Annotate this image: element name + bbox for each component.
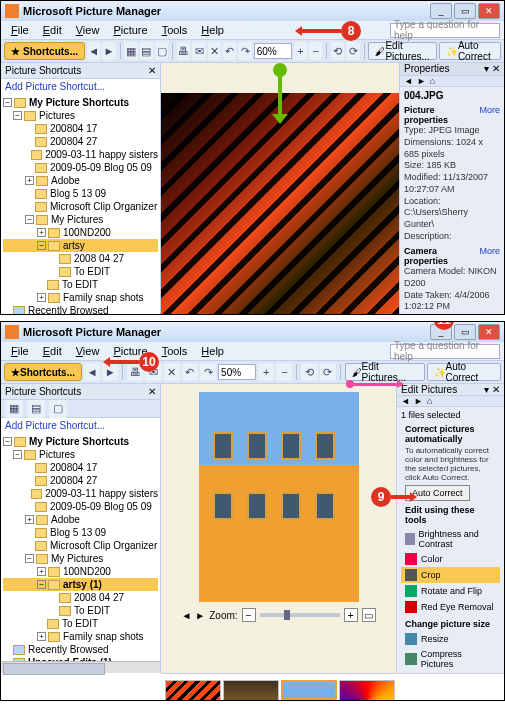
menu-file[interactable]: File [5, 345, 35, 357]
back-button[interactable]: ◄ [84, 363, 100, 381]
tool-crop[interactable]: Crop [401, 567, 500, 583]
thumb-item-selected[interactable]: * 006 [281, 680, 337, 702]
tree-item[interactable]: +Family snap shots [3, 630, 158, 643]
rotate-right-button[interactable]: ⟳ [346, 42, 359, 60]
thumb-item[interactable]: 007 [339, 680, 395, 702]
view-filmstrip-button[interactable]: ▤ [140, 42, 153, 60]
more-link[interactable]: More [479, 105, 500, 125]
tree-item[interactable]: −Pictures [3, 109, 158, 122]
tree-item[interactable]: 2009-03-11 happy sisters [3, 487, 158, 500]
tree-item[interactable]: 2009-03-11 happy sisters [3, 148, 158, 161]
tree-root[interactable]: −My Picture Shortcuts [3, 435, 158, 448]
delete-button[interactable]: ✕ [208, 42, 221, 60]
view-thumb-button[interactable]: ▦ [5, 400, 23, 418]
tool-rotate[interactable]: Rotate and Flip [401, 583, 500, 599]
panel-nav-fwd-icon[interactable]: ► [417, 76, 426, 86]
tree-item[interactable]: +100ND200 [3, 226, 158, 239]
tree-item[interactable]: Microsoft Clip Organizer [3, 200, 158, 213]
tree-item-selected[interactable]: −artsy [3, 239, 158, 252]
zoomin-button[interactable]: + [258, 363, 274, 381]
close-button[interactable]: ✕ [478, 324, 500, 340]
rotate-left-button[interactable]: ⟲ [331, 42, 344, 60]
undo-button[interactable]: ↶ [182, 363, 198, 381]
image-preview[interactable] [199, 392, 359, 602]
rotate-left-button[interactable]: ⟲ [301, 363, 317, 381]
rotate-right-button[interactable]: ⟳ [320, 363, 336, 381]
tree-item-selected[interactable]: −artsy (1) [3, 578, 158, 591]
tree-item[interactable]: Blog 5 13 09 [3, 526, 158, 539]
view-thumb-button[interactable]: ▦ [124, 42, 137, 60]
tree-item[interactable]: To EDIT [3, 604, 158, 617]
tree-item[interactable]: Recently Browsed [3, 304, 158, 315]
tool-color[interactable]: Color [401, 551, 500, 567]
panel-close-button[interactable]: ✕ [148, 65, 156, 76]
thumb-item[interactable]: 004 [165, 680, 221, 702]
redo-button[interactable]: ↷ [238, 42, 251, 60]
menu-view[interactable]: View [70, 24, 106, 36]
panel-nav-back-icon[interactable]: ◄ [404, 76, 413, 86]
maximize-button[interactable]: ▭ [454, 3, 476, 19]
tree-item[interactable]: 200804 17 [3, 122, 158, 135]
zoomout-button[interactable]: − [276, 363, 292, 381]
tree-item[interactable]: +Adobe [3, 174, 158, 187]
tree-item[interactable]: Recently Browsed [3, 643, 158, 656]
undo-button[interactable]: ↶ [223, 42, 236, 60]
image-preview[interactable] [161, 93, 399, 315]
email-button[interactable]: ✉ [192, 42, 205, 60]
zoom-input[interactable] [218, 364, 256, 380]
menu-tools[interactable]: Tools [156, 345, 194, 357]
tree-item[interactable]: To EDIT [3, 617, 158, 630]
folder-tree[interactable]: −My Picture Shortcuts −Pictures 200804 1… [1, 433, 160, 661]
zoom-out-button[interactable]: − [242, 608, 256, 622]
zoom-in-button[interactable]: + [344, 608, 358, 622]
panel-home-icon[interactable]: ⌂ [430, 76, 435, 86]
auto-correct-button[interactable]: ✨ Auto Correct [439, 42, 501, 60]
maximize-button[interactable]: ▭ [454, 324, 476, 340]
view-single-button[interactable]: ▢ [155, 42, 168, 60]
tree-item[interactable]: +Family snap shots [3, 291, 158, 304]
tree-item[interactable]: −My Pictures [3, 213, 158, 226]
zoom-input[interactable] [254, 43, 292, 59]
more-link[interactable]: More [479, 246, 500, 266]
tool-redeye[interactable]: Red Eye Removal [401, 599, 500, 615]
tree-item[interactable]: −My Pictures [3, 552, 158, 565]
minimize-button[interactable]: _ [430, 3, 452, 19]
help-search-input[interactable]: Type a question for help [390, 23, 500, 38]
delete-button[interactable]: ✕ [164, 363, 180, 381]
tree-root[interactable]: −My Picture Shortcuts [3, 96, 158, 109]
tree-item[interactable]: 2008 04 27 [3, 252, 158, 265]
zoom-slider[interactable] [260, 613, 340, 617]
thumb-item[interactable]: 005 [223, 680, 279, 702]
forward-button[interactable]: ► [102, 42, 115, 60]
zoomout-button[interactable]: − [309, 42, 322, 60]
menu-edit[interactable]: Edit [37, 345, 68, 357]
tree-item[interactable]: 2009-05-09 Blog 05 09 [3, 500, 158, 513]
menu-tools[interactable]: Tools [156, 24, 194, 36]
prev-image-button[interactable]: ◄ [181, 610, 191, 621]
tree-item[interactable]: 2008 04 27 [3, 591, 158, 604]
panel-close-button[interactable]: ✕ [148, 386, 156, 397]
auto-correct-button[interactable]: ✨ Auto Correct [427, 363, 501, 381]
view-single-button[interactable]: ▢ [49, 400, 67, 418]
menu-view[interactable]: View [70, 345, 106, 357]
edit-pictures-button[interactable]: 🖌 Edit Pictures... [345, 363, 425, 381]
add-shortcut-link[interactable]: Add Picture Shortcut... [1, 418, 160, 433]
back-button[interactable]: ◄ [87, 42, 100, 60]
tree-item[interactable]: Microsoft Clip Organizer [3, 539, 158, 552]
menu-help[interactable]: Help [195, 345, 230, 357]
horizontal-scrollbar[interactable] [1, 661, 160, 673]
redo-button[interactable]: ↷ [200, 363, 216, 381]
tree-item[interactable]: +100ND200 [3, 565, 158, 578]
tree-item[interactable]: 2009-05-09 Blog 05 09 [3, 161, 158, 174]
tool-compress[interactable]: Compress Pictures [401, 647, 500, 671]
shortcuts-button[interactable]: ★ Shortcuts... [4, 363, 82, 381]
zoomin-button[interactable]: + [294, 42, 307, 60]
tree-item[interactable]: To EDIT [3, 278, 158, 291]
shortcuts-button[interactable]: ★Shortcuts... [4, 42, 85, 60]
print-button[interactable]: 🖶 [177, 42, 190, 60]
tree-item[interactable]: Blog 5 13 09 [3, 187, 158, 200]
tree-item[interactable]: −Pictures [3, 448, 158, 461]
view-filmstrip-button[interactable]: ▤ [27, 400, 45, 418]
close-button[interactable]: ✕ [478, 3, 500, 19]
help-search-input[interactable]: Type a question for help [390, 344, 500, 359]
